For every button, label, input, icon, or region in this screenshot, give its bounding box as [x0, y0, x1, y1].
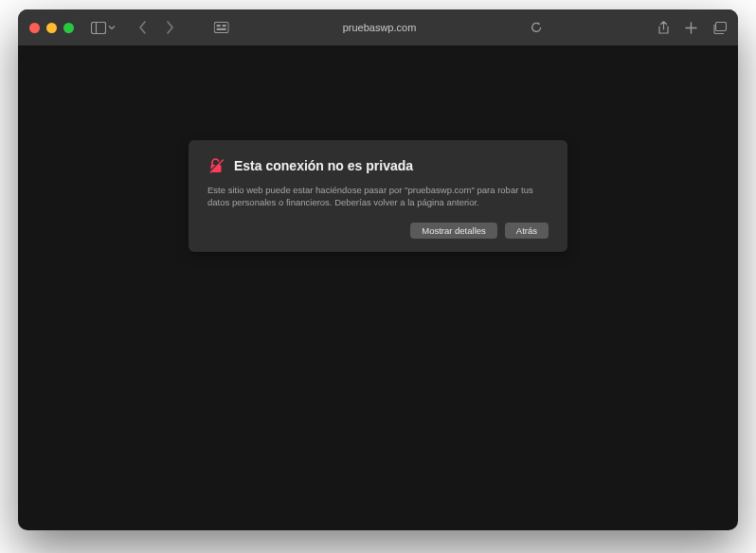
svg-rect-5	[223, 25, 226, 27]
warning-header: Esta conexión no es privada	[207, 157, 549, 174]
show-details-button[interactable]: Mostrar detalles	[410, 223, 497, 239]
navigation-arrows	[136, 21, 176, 34]
browser-window: pruebaswp.com	[18, 9, 738, 530]
chevron-down-icon	[108, 24, 116, 31]
svg-rect-3	[217, 25, 221, 27]
svg-rect-2	[214, 23, 228, 33]
warning-button-row: Mostrar detalles Atrás	[207, 223, 549, 239]
insecure-lock-icon	[207, 157, 225, 174]
window-controls	[29, 23, 74, 33]
minimize-window-button[interactable]	[46, 23, 57, 33]
sidebar-icon	[91, 22, 106, 34]
warning-title: Esta conexión no es privada	[234, 158, 413, 173]
share-button[interactable]	[657, 21, 670, 35]
ssl-warning-panel: Esta conexión no es privada Este sitio w…	[189, 140, 567, 252]
toolbar-right-group	[657, 21, 727, 35]
browser-toolbar: pruebaswp.com	[18, 9, 738, 45]
url-text: pruebaswp.com	[343, 22, 417, 33]
tab-overview-button[interactable]	[712, 22, 727, 34]
warning-body-text: Este sitio web puede estar haciéndose pa…	[207, 184, 549, 209]
back-button[interactable]	[136, 21, 150, 34]
address-bar[interactable]: pruebaswp.com	[214, 21, 543, 34]
page-content: Esta conexión no es privada Este sitio w…	[18, 45, 738, 530]
svg-rect-4	[217, 28, 226, 30]
svg-rect-0	[92, 22, 106, 33]
close-window-button[interactable]	[29, 23, 40, 33]
reload-button[interactable]	[530, 21, 542, 34]
maximize-window-button[interactable]	[63, 23, 74, 33]
forward-button[interactable]	[163, 21, 176, 34]
sidebar-toggle-button[interactable]	[91, 22, 116, 34]
go-back-button[interactable]: Atrás	[505, 223, 549, 239]
new-tab-button[interactable]	[685, 22, 697, 34]
privacy-report-icon[interactable]	[214, 22, 229, 33]
svg-rect-6	[716, 22, 727, 30]
